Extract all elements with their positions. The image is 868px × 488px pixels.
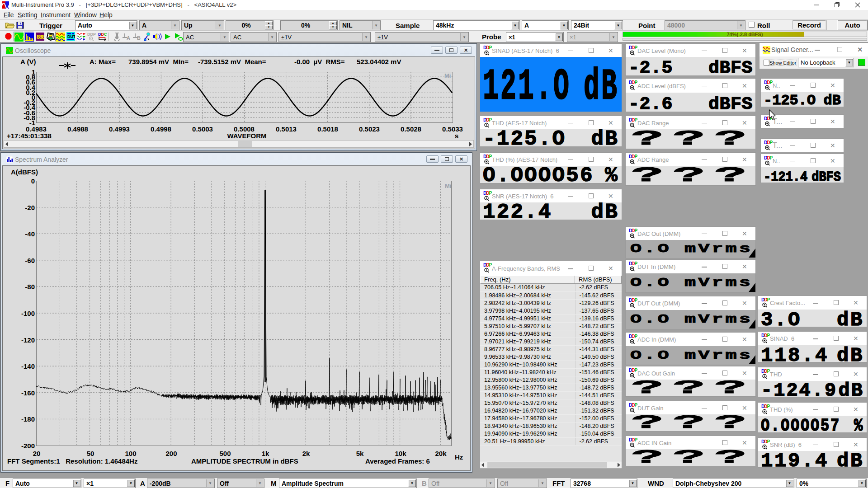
- svg-text:DDP: DDP: [629, 334, 637, 339]
- svg-text:DDP: DDP: [629, 228, 637, 233]
- svg-text:DDP: DDP: [483, 154, 492, 159]
- svg-text:DDP: DDP: [764, 155, 773, 160]
- svg-text:DUT: DUT: [67, 34, 75, 39]
- svg-text:DDP: DDP: [629, 298, 637, 303]
- svg-text:DDP: DDP: [629, 117, 637, 122]
- svg-text:DDP: DDP: [629, 368, 637, 373]
- svg-text:DDP: DDP: [761, 439, 770, 444]
- svg-text:A: A: [127, 35, 130, 41]
- svg-text:DDP: DDP: [483, 263, 492, 267]
- svg-text:DDP: DDP: [629, 154, 637, 159]
- svg-text:888: 888: [37, 34, 45, 41]
- svg-text:DDP: DDP: [483, 117, 492, 122]
- svg-text:DDP: DDP: [483, 45, 492, 50]
- svg-text:DDP: DDP: [761, 297, 770, 302]
- svg-text:DDP: DDP: [87, 32, 96, 37]
- svg-text:Mi: Mi: [445, 183, 451, 189]
- svg-text:DDC: DDC: [98, 32, 107, 37]
- svg-text:Mi: Mi: [444, 72, 451, 79]
- svg-text:B: B: [137, 35, 141, 41]
- svg-text:DDP: DDP: [629, 261, 637, 266]
- svg-text:DDP: DDP: [764, 80, 773, 85]
- svg-text:DDP: DDP: [629, 45, 637, 50]
- svg-text:DDP: DDP: [629, 80, 637, 85]
- svg-text:DDP: DDP: [629, 403, 637, 408]
- svg-text:DDP: DDP: [761, 333, 770, 338]
- svg-text:DDP: DDP: [629, 437, 637, 442]
- svg-text:DDP: DDP: [761, 369, 770, 374]
- svg-text:DDP: DDP: [761, 404, 770, 409]
- svg-text:DDP: DDP: [764, 140, 773, 145]
- svg-text:DDP: DDP: [483, 191, 492, 196]
